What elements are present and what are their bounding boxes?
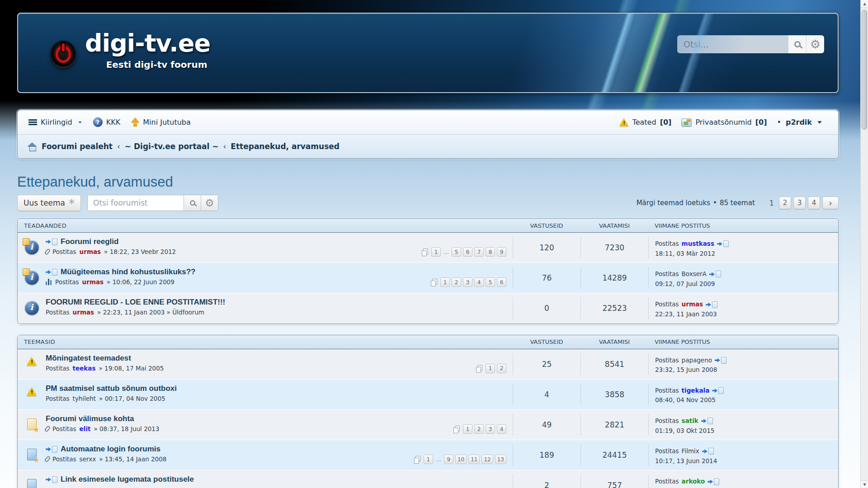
- page-button[interactable]: 4: [808, 197, 820, 209]
- poll-icon: [46, 279, 52, 285]
- topic-page-button[interactable]: 9: [497, 247, 506, 257]
- topic-title[interactable]: Foorumi reeglid: [61, 237, 118, 246]
- header-search-options-button[interactable]: [806, 35, 824, 53]
- topic-author[interactable]: teekas: [73, 365, 96, 372]
- topic-title[interactable]: Mõningatest teemadest: [46, 354, 131, 363]
- last-post-author[interactable]: satik: [682, 416, 698, 426]
- topic-page-button[interactable]: 3: [486, 424, 495, 434]
- next-page-button[interactable]: ›: [822, 197, 839, 209]
- topic-author[interactable]: urmas: [80, 248, 101, 255]
- topic-icon-cell: [18, 474, 46, 488]
- topic-title[interactable]: Link esimesele lugemata postitusele: [61, 475, 194, 484]
- goto-last-post-icon[interactable]: [709, 271, 721, 277]
- topic-page-button[interactable]: 1: [463, 424, 472, 434]
- topic-page-button[interactable]: 12: [481, 455, 493, 464]
- breadcrumb: Foorumi pealeht ‹ ~ Digi-tv.ee portaal ~…: [18, 134, 838, 158]
- topic-title[interactable]: Müügiteemas hind kohustuslikuks??: [61, 267, 195, 277]
- nav-item-jututuba[interactable]: Mini Jututuba: [131, 117, 191, 127]
- topic-page-button[interactable]: 1: [486, 364, 495, 373]
- page-button[interactable]: 2: [779, 197, 791, 209]
- breadcrumb-item-portal[interactable]: ~ Digi-tv.ee portaal ~: [125, 142, 219, 151]
- home-icon[interactable]: [28, 142, 37, 151]
- topic-page-button[interactable]: 4: [497, 424, 506, 434]
- nav-item-kkk[interactable]: ? KKK: [93, 117, 120, 127]
- goto-last-post-icon[interactable]: [706, 301, 717, 308]
- topic-page-button[interactable]: 3: [463, 277, 472, 287]
- goto-last-post-icon[interactable]: [708, 479, 719, 485]
- last-post-line: Postitasarkoko: [655, 477, 834, 487]
- topic-main-cell: PM saatmisel sattub sõnum outboxiPostita…: [46, 384, 513, 405]
- topic-title[interactable]: Foorumi välimuse kohta: [46, 414, 134, 423]
- topic-page-button[interactable]: 13: [495, 455, 506, 464]
- warning-icon: [27, 387, 37, 396]
- topic-page-button[interactable]: 9: [444, 455, 453, 464]
- topic-title-line: Foorumi välimuse kohta: [46, 414, 505, 423]
- last-post-author[interactable]: mustkass: [682, 239, 714, 249]
- last-post-author[interactable]: Filmix: [682, 446, 699, 456]
- topic-page-button[interactable]: 1: [424, 455, 433, 464]
- topic-page-button[interactable]: 10: [455, 455, 467, 464]
- topic-page-button[interactable]: 11: [468, 455, 480, 464]
- topic-page-button[interactable]: 6: [463, 247, 472, 257]
- scroll-down-button[interactable]: ▼: [861, 480, 868, 488]
- asterisk-icon: [69, 198, 75, 207]
- topic-author[interactable]: tyhileht: [73, 395, 96, 402]
- notifications-link[interactable]: Teated [0]: [619, 118, 672, 127]
- topic-page-button[interactable]: 2: [497, 364, 506, 373]
- mark-read-link[interactable]: Märgi teemad loetuks: [637, 199, 710, 207]
- topic-main-cell: Link esimesele lugemata postitusele: [46, 474, 513, 488]
- last-post-author[interactable]: papageno: [682, 356, 712, 366]
- topic-page-button[interactable]: 7: [474, 247, 484, 257]
- posted-label: Postitas: [52, 455, 76, 463]
- goto-new-post-icon[interactable]: [46, 269, 57, 276]
- scroll-up-button[interactable]: ▲: [861, 0, 868, 8]
- goto-last-post-icon[interactable]: [712, 387, 724, 394]
- last-post-author[interactable]: urmas: [682, 300, 703, 310]
- last-post-author[interactable]: BoxserA: [682, 269, 707, 279]
- goto-new-post-icon[interactable]: [46, 446, 57, 453]
- site-logo[interactable]: digi-tv.ee Eesti digi-tv foorum: [51, 31, 210, 70]
- topic-page-button[interactable]: 1: [440, 277, 450, 287]
- topic-page-button[interactable]: 5: [486, 277, 495, 287]
- forum-search-options-button[interactable]: [201, 195, 218, 211]
- goto-last-post-icon[interactable]: [715, 357, 726, 364]
- goto-new-post-icon[interactable]: [46, 239, 57, 245]
- header-search-button[interactable]: [788, 35, 806, 53]
- topic-page-button[interactable]: 6: [497, 277, 506, 287]
- last-post-author[interactable]: tigekala: [682, 386, 710, 396]
- topic-author[interactable]: urmas: [82, 278, 104, 286]
- topic-page-button[interactable]: 2: [474, 424, 484, 434]
- topic-page-button[interactable]: 8: [486, 247, 495, 257]
- goto-new-post-icon[interactable]: [46, 476, 57, 483]
- topic-page-button[interactable]: 2: [452, 277, 461, 287]
- vertical-scrollbar[interactable]: ▲ ▼: [860, 0, 868, 488]
- header-search-input[interactable]: [677, 35, 788, 53]
- last-post-author[interactable]: arkoko: [682, 477, 705, 487]
- page-button[interactable]: 3: [793, 197, 806, 209]
- goto-last-post-icon[interactable]: [717, 240, 729, 247]
- topic-page-button[interactable]: 1: [431, 247, 441, 257]
- goto-last-post-icon[interactable]: [702, 448, 714, 455]
- goto-last-post-icon[interactable]: [701, 418, 713, 424]
- forum-search-button[interactable]: [184, 195, 201, 211]
- topic-author[interactable]: urmas: [73, 309, 94, 316]
- nav-item-kiirlingid[interactable]: Kiirlingid: [28, 118, 82, 127]
- topic-title[interactable]: PM saatmisel sattub sõnum outboxi: [46, 384, 177, 393]
- topic-page-button[interactable]: 5: [452, 247, 461, 257]
- topic-page-button[interactable]: 4: [474, 277, 484, 287]
- posted-time: » 18:22, 23 Veebr 2012: [104, 248, 176, 255]
- user-menu[interactable]: p2rdik: [786, 118, 822, 127]
- topic-title[interactable]: FOORUMI REEGLID - LOE ENNE POSTITAMIST!!…: [46, 298, 225, 307]
- private-messages-link[interactable]: Privaatsõnumid [0]: [681, 118, 767, 127]
- forum-search-input[interactable]: [88, 195, 184, 211]
- topic-meta: Postitastyhileht» 00:17, 04 Nov 2005: [46, 395, 505, 402]
- breadcrumb-item-home[interactable]: Foorumi pealeht: [42, 142, 113, 151]
- topic-author[interactable]: elit: [80, 425, 91, 432]
- pages-icon: [476, 365, 482, 372]
- topic-author[interactable]: serxx: [80, 455, 96, 463]
- topic-icon-cell: [18, 384, 46, 405]
- new-topic-button[interactable]: Uus teema: [17, 195, 81, 211]
- topic-title[interactable]: Automaatne login foorumis: [61, 445, 160, 454]
- breadcrumb-item-current[interactable]: Ettepanekud, arvamused: [231, 142, 340, 151]
- scrollbar-thumb[interactable]: [862, 10, 867, 130]
